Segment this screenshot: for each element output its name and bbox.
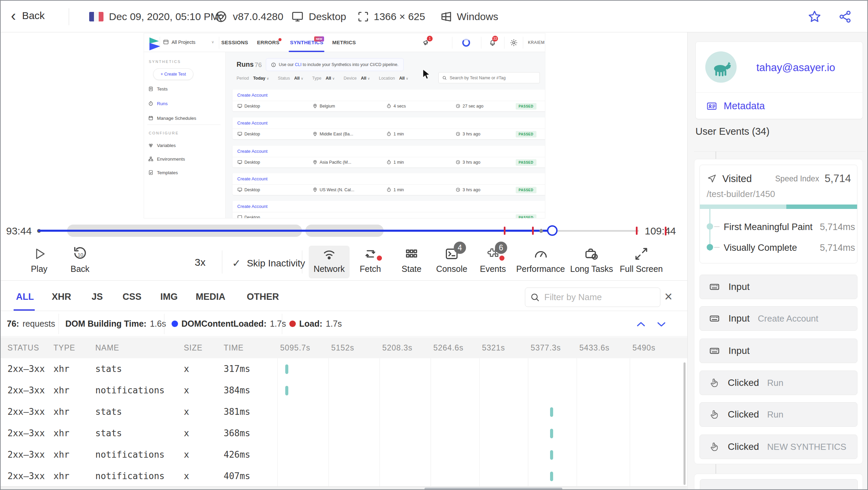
filter-by-name-input[interactable]	[544, 292, 646, 303]
load-dot	[289, 321, 296, 327]
cli-link[interactable]: CLI	[295, 62, 301, 67]
network-row[interactable]: 2xx–3xx xhr stats x 368ms	[1, 423, 687, 444]
recorded-app-screen: All Projects ∨ SESSIONS ERRORS SYNTHETIC…	[144, 33, 545, 218]
sidebar-item-templates[interactable]: Templates	[148, 170, 178, 175]
vertical-scrollbar-thumb[interactable]	[684, 362, 686, 485]
wifi-icon	[322, 246, 337, 261]
sidebar-item-runs[interactable]: Runs	[148, 101, 168, 106]
event-item-input[interactable]: Input	[700, 275, 857, 299]
skip-inactivity-toggle[interactable]: ✓ Skip Inactivity	[232, 257, 305, 269]
performance-panel-button[interactable]: Performance	[520, 246, 561, 278]
run-card[interactable]: Create Account Desktop PASSED	[232, 201, 545, 218]
errors-notification-dot	[278, 38, 282, 41]
sidebar-item-environments[interactable]: Environments	[148, 156, 185, 162]
state-panel-button[interactable]: State	[391, 246, 432, 278]
network-row[interactable]: 2xx–3xx xhr stats x 317ms	[1, 358, 687, 380]
run-card[interactable]: Create Account Desktop Middle East (Ba..…	[232, 117, 545, 139]
tab-xhr[interactable]: XHR	[52, 292, 71, 302]
horizontal-scrollbar[interactable]	[1, 486, 687, 490]
back-10s-button[interactable]: 10 Back	[60, 246, 100, 278]
full-screen-button[interactable]: Full Screen	[621, 246, 662, 278]
run-card[interactable]: Create Account Desktop Belgium 4 secs 27…	[232, 89, 545, 111]
fetch-panel-button[interactable]: Fetch	[350, 246, 391, 278]
desktop-icon	[291, 10, 304, 23]
network-panel-button[interactable]: Network	[309, 246, 350, 278]
viewport-size-icon	[357, 10, 370, 23]
share-icon[interactable]	[838, 10, 852, 24]
project-selector[interactable]: All Projects ∨	[163, 39, 214, 45]
run-title-link[interactable]: Create Account	[237, 93, 268, 98]
filter-location[interactable]: Location All ∨	[379, 76, 408, 81]
long-tasks-panel-button[interactable]: Long Tasks	[571, 246, 612, 278]
play-button[interactable]: Play	[19, 246, 60, 278]
user-events-title: User Events (34)	[695, 126, 770, 137]
session-replay-screen: ‹ Back Dec 09, 2020, 05:10 PM v87.0.4280…	[0, 0, 868, 490]
settings-gear-icon[interactable]	[510, 39, 518, 47]
waterfall-bar	[550, 450, 553, 460]
network-summary-bar: 76:requests DOM Building Time:1.6s DOMCo…	[1, 311, 687, 337]
sidebar-item-tests[interactable]: Tests	[148, 86, 168, 92]
tab-sessions[interactable]: SESSIONS	[221, 39, 248, 45]
tab-img[interactable]: IMG	[160, 292, 178, 302]
user-menu[interactable]: KRAIEM	[528, 40, 545, 45]
user-email-link[interactable]: tahay@asayer.io	[756, 62, 835, 74]
event-item-input[interactable]: Input Create Account	[700, 306, 857, 331]
filter-period[interactable]: Period Today ∨	[237, 76, 269, 81]
event-item-clicked[interactable]: Clicked Run	[700, 371, 857, 395]
tab-all[interactable]: ALL	[16, 292, 34, 302]
visited-event-card[interactable]: Visited Speed Index 5,714 /test-builder/…	[700, 165, 857, 263]
monitor-icon	[237, 215, 242, 218]
scrollbar-thumb[interactable]	[424, 488, 562, 490]
tab-js[interactable]: JS	[92, 292, 103, 302]
events-panel-button[interactable]: 6 Events	[472, 246, 513, 278]
run-card[interactable]: Create Account Desktop Asia Pacific (M..…	[232, 146, 545, 167]
run-title-link[interactable]: Create Account	[237, 176, 268, 181]
hand-pointer-icon	[709, 377, 720, 388]
timeline-track[interactable]	[38, 225, 639, 237]
announcements-icon[interactable]: 1	[422, 38, 431, 47]
tab-errors[interactable]: ERRORS	[257, 39, 279, 45]
close-panel-icon[interactable]: ×	[664, 290, 672, 303]
speed-toggle[interactable]: 3x	[195, 257, 206, 268]
console-panel-button[interactable]: 4 Console	[431, 246, 472, 278]
metadata-button[interactable]: Metadata	[705, 100, 765, 112]
keyboard-icon	[709, 346, 720, 356]
metric-row: Visually Complete 5,714ms	[700, 242, 857, 256]
jump-down-icon[interactable]	[655, 318, 668, 330]
network-row[interactable]: 2xx–3xx xhr notifications x 384ms	[1, 380, 687, 401]
jump-up-icon[interactable]	[634, 318, 647, 330]
skip-marker	[539, 229, 543, 233]
run-title-link[interactable]: Create Account	[237, 204, 268, 209]
network-row[interactable]: 2xx–3xx xhr notifications x 407ms	[1, 466, 687, 487]
tab-media[interactable]: MEDIA	[196, 292, 225, 302]
notifications-bell-icon[interactable]: 33	[488, 38, 497, 47]
filter-status[interactable]: Status All ∨	[278, 76, 303, 81]
duration-icon	[386, 103, 391, 109]
location-pin-icon	[312, 131, 318, 136]
search-icon	[442, 76, 447, 80]
event-item-clicked[interactable]: Clicked NEW SYNTHETICS	[700, 435, 857, 459]
run-title-link[interactable]: Create Account	[237, 149, 268, 154]
timeline-playhead[interactable]	[547, 225, 558, 236]
network-row[interactable]: 2xx–3xx xhr notifications x 426ms	[1, 444, 687, 466]
filter-type[interactable]: Type All ∨	[312, 76, 335, 81]
run-card[interactable]: Create Account Desktop US West (N. Cal..…	[232, 173, 545, 195]
network-row[interactable]: 2xx–3xx xhr stats x 381ms	[1, 401, 687, 423]
create-test-button[interactable]: + Create Test	[153, 68, 193, 80]
tab-css[interactable]: CSS	[123, 292, 142, 302]
page-load-bar	[700, 205, 857, 209]
tab-other[interactable]: OTHER	[247, 292, 279, 302]
replay-stage: All Projects ∨ SESSIONS ERRORS SYNTHETIC…	[1, 32, 687, 218]
back-button[interactable]: ‹ Back	[11, 8, 45, 23]
filter-device[interactable]: Device All ∨	[343, 76, 370, 81]
variables-icon	[148, 143, 154, 148]
event-item-clicked[interactable]: Clicked Run	[700, 402, 857, 427]
run-title-link[interactable]: Create Account	[237, 120, 268, 126]
sidebar-item-manage-schedules[interactable]: Manage Schedules	[148, 115, 196, 121]
tab-metrics[interactable]: METRICS	[332, 39, 356, 45]
event-item-input[interactable]: Input	[700, 339, 857, 363]
favorite-star-icon[interactable]	[807, 10, 822, 24]
clipboard-icon	[148, 86, 154, 92]
sidebar-item-variables[interactable]: Variables	[148, 143, 176, 148]
runs-search-input[interactable]	[450, 76, 535, 80]
